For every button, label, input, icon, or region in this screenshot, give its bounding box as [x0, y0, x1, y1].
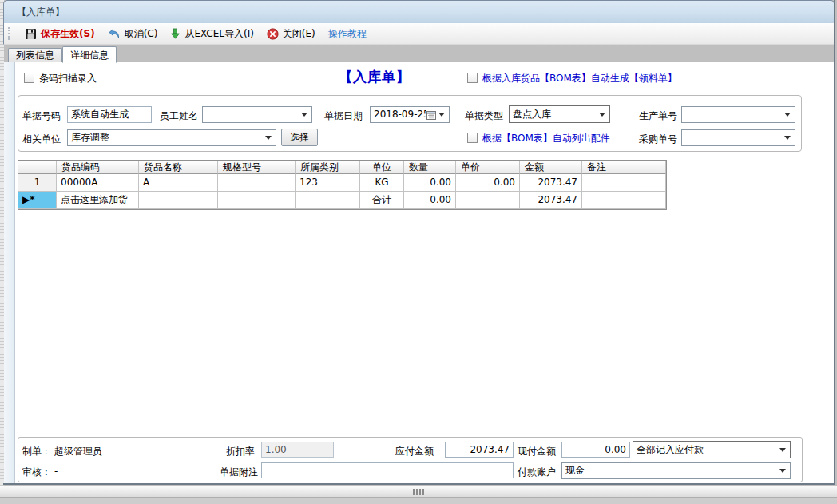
related-unit-label: 相关单位 — [22, 133, 61, 146]
cell-unit[interactable]: KG — [360, 174, 404, 192]
doc-type-dropdown[interactable]: 盘点入库 — [509, 105, 610, 123]
date-picker[interactable]: 2018-09-25 — [370, 106, 450, 123]
cell-code[interactable]: 00000A — [57, 174, 139, 192]
note-label: 单据附注 — [220, 466, 258, 479]
chevron-down-icon — [784, 136, 791, 140]
account-dropdown[interactable]: 现金 — [561, 462, 791, 479]
doc-type-value: 盘点入库 — [510, 107, 599, 122]
bom-generate-checkbox[interactable] — [467, 73, 478, 83]
doc-type-label: 单据类型 — [465, 109, 503, 123]
save-button[interactable]: 保存生效(S) — [18, 25, 101, 42]
cell-name[interactable]: A — [139, 174, 218, 192]
related-unit-dropdown[interactable]: 库存调整 — [67, 129, 276, 146]
add-item-cell[interactable]: 点击这里添加货品 — [57, 192, 139, 209]
table-header-spec[interactable]: 规格型号 — [218, 161, 296, 174]
cell-spec[interactable] — [218, 192, 296, 209]
window-title: 【入库单】 — [17, 6, 65, 18]
green-down-arrow-icon — [170, 28, 180, 40]
window-bottom-border — [3, 483, 835, 485]
bom-parts-checkbox[interactable] — [467, 133, 478, 143]
tab-detail-info[interactable]: 详细信息 — [62, 46, 117, 63]
account-value: 现金 — [562, 463, 779, 478]
window-titlebar[interactable]: 【入库单】 — [3, 0, 835, 23]
cell-remark[interactable] — [582, 192, 666, 209]
payable-mode-value: 全部记入应付款 — [633, 442, 779, 458]
splitter-grip-icon — [413, 489, 415, 495]
window-right-border — [834, 0, 835, 485]
chevron-down-icon — [784, 113, 791, 117]
table-header-price[interactable]: 单价 — [456, 161, 520, 174]
purchase-order-label: 采购单号 — [639, 133, 677, 146]
auditor-label: 审核： — [22, 466, 51, 479]
row-selector[interactable]: 1 — [18, 174, 57, 192]
tab-list-info[interactable]: 列表信息 — [8, 48, 62, 62]
chevron-down-icon — [438, 113, 445, 117]
undo-arrow-icon — [108, 28, 121, 40]
discount-label: 折扣率 — [226, 445, 255, 458]
maker-label: 制单： — [22, 445, 51, 458]
cell-spec[interactable] — [218, 174, 296, 192]
table-header-name[interactable]: 货品名称 — [139, 161, 218, 174]
red-close-icon — [267, 28, 279, 40]
toolbar: 保存生效(S) 取消(C) 从EXCEL导入(I) 关闭(E) 操作教程 — [3, 23, 835, 45]
table-header-code[interactable]: 货品编码 — [57, 161, 139, 174]
splitter-grip-icon — [422, 489, 424, 495]
table-header-category[interactable]: 所属类别 — [296, 161, 360, 174]
paid-input[interactable]: 0.00 — [561, 442, 630, 458]
doc-no-input[interactable]: 系统自动生成 — [67, 106, 152, 123]
splitter-grip-icon — [419, 489, 421, 495]
chevron-down-icon — [779, 448, 786, 452]
table-header-selector[interactable] — [18, 161, 57, 174]
cell-name[interactable] — [139, 192, 218, 209]
maker-value: 超级管理员 — [54, 445, 102, 458]
select-button[interactable]: 选择 — [281, 129, 318, 146]
chevron-down-icon — [599, 113, 605, 117]
splitter-grip-icon — [416, 489, 418, 495]
bom-parts-label: 根据【BOM表】自动列出配件 — [482, 132, 610, 145]
calendar-icon — [426, 110, 436, 120]
date-label: 单据日期 — [324, 109, 363, 123]
tutorial-link[interactable]: 操作教程 — [322, 27, 373, 41]
table-header-remark[interactable]: 备注 — [582, 161, 666, 174]
cell-qty[interactable]: 0.00 — [404, 174, 456, 192]
date-value: 2018-09-25 — [371, 107, 426, 122]
table-header-qty[interactable]: 数量 — [404, 161, 456, 174]
chevron-down-icon — [301, 113, 307, 117]
cancel-button-label: 取消(C) — [125, 25, 158, 42]
new-row-selector[interactable]: ▶* — [18, 192, 57, 209]
cell-remark[interactable] — [582, 174, 666, 192]
table-header-amount[interactable]: 金额 — [520, 161, 582, 174]
payable-mode-dropdown[interactable]: 全部记入应付款 — [633, 441, 791, 458]
cell-price[interactable]: 0.00 — [456, 174, 520, 192]
doc-no-label: 单据号码 — [22, 109, 61, 123]
close-button[interactable]: 关闭(E) — [260, 25, 322, 42]
employee-dropdown[interactable] — [202, 106, 312, 123]
production-order-dropdown[interactable] — [681, 106, 795, 123]
excel-import-button[interactable]: 从EXCEL导入(I) — [164, 25, 260, 42]
background-bottom-strip — [0, 498, 837, 504]
total-qty-cell: 0.00 — [404, 192, 456, 209]
cell-category[interactable] — [296, 192, 360, 209]
cell-category[interactable]: 123 — [296, 174, 360, 192]
cell-price — [456, 192, 520, 209]
table-header-unit[interactable]: 单位 — [360, 161, 404, 174]
barcode-scan-label: 条码扫描录入 — [39, 72, 97, 85]
cell-amount[interactable]: 2073.47 — [520, 174, 582, 192]
payable-input[interactable]: 2073.47 — [445, 442, 514, 458]
discount-input: 1.00 — [261, 442, 334, 458]
toolbar-grip — [8, 27, 12, 40]
cancel-button[interactable]: 取消(C) — [101, 25, 165, 42]
purchase-order-dropdown[interactable] — [681, 129, 795, 146]
paid-label: 现付金额 — [518, 445, 556, 458]
close-button-label: 关闭(E) — [283, 25, 315, 42]
barcode-scan-checkbox[interactable] — [24, 73, 34, 83]
left-frame-strip — [4, 62, 15, 484]
bom-generate-label: 根据入库货品【BOM表】自动生成【领料单】 — [482, 72, 677, 85]
stock-in-window: 【入库单】 保存生效(S) 取消(C) 从EXCEL导入(I) 关闭 — [0, 0, 837, 504]
note-input[interactable] — [261, 462, 514, 478]
payable-label: 应付金额 — [395, 445, 434, 458]
tabstrip-border — [4, 62, 834, 62]
horizontal-splitter[interactable] — [0, 486, 837, 498]
account-label: 付款账户 — [518, 466, 556, 479]
related-unit-value: 库存调整 — [68, 130, 265, 145]
